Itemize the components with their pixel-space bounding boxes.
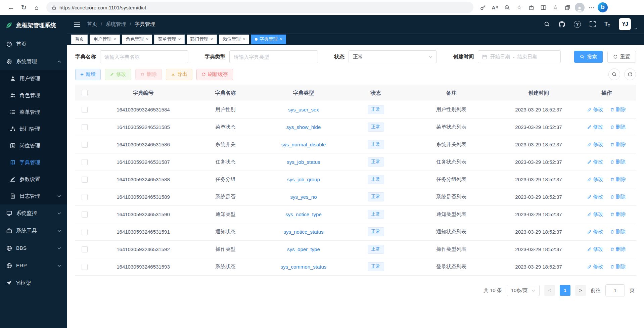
sidebar-item-bbs[interactable]: BBS: [0, 239, 67, 257]
delete-row-link[interactable]: 删除: [610, 194, 626, 200]
help-button[interactable]: ?: [574, 21, 581, 28]
delete-row-link[interactable]: 删除: [610, 141, 626, 148]
read-aloud-button[interactable]: A: [489, 2, 501, 13]
page-size-select[interactable]: 10条/页: [507, 285, 540, 296]
add-button[interactable]: + 新增: [75, 69, 101, 80]
toggle-search-button[interactable]: [608, 68, 620, 80]
dict-type-link[interactable]: sys_yes_no: [290, 194, 317, 200]
sidebar-item-yi-framework[interactable]: Yi框架: [0, 274, 67, 292]
header-search-button[interactable]: [544, 21, 550, 27]
refresh-cache-button[interactable]: 刷新缓存: [196, 69, 233, 80]
row-checkbox[interactable]: [82, 194, 88, 200]
export-button[interactable]: 导出: [166, 69, 192, 80]
dict-type-link[interactable]: sys_show_hide: [286, 124, 321, 130]
tab-user-mgmt[interactable]: 用户管理×: [90, 35, 120, 44]
edit-row-link[interactable]: 修改: [587, 176, 603, 183]
tab-post-mgmt[interactable]: 岗位管理×: [219, 35, 249, 44]
extensions-button[interactable]: [525, 2, 537, 13]
row-checkbox[interactable]: [82, 124, 88, 130]
sidebar-item-system[interactable]: 系统管理: [0, 53, 67, 70]
dict-type-link[interactable]: sys_job_group: [287, 177, 320, 182]
delete-button[interactable]: 删除: [135, 69, 162, 80]
tab-close-icon[interactable]: ×: [243, 37, 245, 42]
user-menu[interactable]: YJ: [619, 18, 631, 30]
edit-row-link[interactable]: 修改: [587, 194, 603, 200]
dict-type-input[interactable]: [229, 50, 318, 63]
select-all-checkbox[interactable]: [82, 90, 88, 96]
tab-close-icon[interactable]: ×: [280, 37, 282, 42]
sidebar-item-home[interactable]: 首页: [0, 35, 67, 53]
tab-home[interactable]: 首页: [71, 35, 88, 44]
date-range-picker[interactable]: 开始日期 - 结束日期: [478, 50, 561, 63]
bing-copilot-button[interactable]: b: [598, 2, 608, 12]
browser-back-button[interactable]: ←: [5, 1, 17, 13]
edit-row-link[interactable]: 修改: [587, 246, 603, 252]
browser-home-button[interactable]: ⌂: [30, 1, 43, 13]
delete-row-link[interactable]: 删除: [610, 229, 626, 235]
tab-dept-mgmt[interactable]: 部门管理×: [187, 35, 217, 44]
goto-page-input[interactable]: [605, 284, 625, 296]
edit-button[interactable]: 修改: [105, 69, 131, 80]
sidebar-item-departments[interactable]: 部门管理: [0, 121, 67, 137]
sidebar-item-erp[interactable]: ERP: [0, 257, 67, 274]
dict-type-link[interactable]: sys_user_sex: [288, 107, 319, 112]
dict-name-input[interactable]: [100, 50, 188, 63]
page-number-current[interactable]: 1: [560, 285, 570, 296]
favorites-button[interactable]: ☆: [549, 2, 561, 13]
sidebar-toggle-button[interactable]: [74, 22, 80, 27]
tab-close-icon[interactable]: ×: [146, 37, 148, 42]
breadcrumb-item[interactable]: 首页: [87, 21, 97, 28]
address-bar[interactable]: https://ccnetcore.com:1101/system/dict: [46, 2, 473, 13]
dict-type-link[interactable]: sys_notice_status: [283, 229, 323, 235]
row-checkbox[interactable]: [82, 107, 88, 113]
sidebar-item-tools[interactable]: 系统工具: [0, 222, 67, 239]
profile-button[interactable]: [573, 2, 586, 13]
edit-row-link[interactable]: 修改: [587, 264, 603, 270]
row-checkbox[interactable]: [82, 142, 88, 148]
tab-menu-mgmt[interactable]: 菜单管理×: [154, 35, 184, 44]
fullscreen-button[interactable]: [590, 21, 596, 27]
app-logo[interactable]: 意框架管理系统: [0, 15, 67, 35]
dict-type-link[interactable]: sys_notice_type: [285, 212, 322, 217]
row-checkbox[interactable]: [82, 264, 88, 270]
sidebar-item-users[interactable]: 用户管理: [0, 70, 67, 87]
browser-refresh-button[interactable]: ↻: [17, 1, 30, 13]
edit-row-link[interactable]: 修改: [587, 124, 603, 130]
row-checkbox[interactable]: [82, 229, 88, 235]
sidebar-item-logs[interactable]: 日志管理: [0, 188, 67, 204]
sidebar-item-monitoring[interactable]: 系统监控: [0, 204, 67, 222]
delete-row-link[interactable]: 删除: [610, 159, 626, 165]
delete-row-link[interactable]: 删除: [610, 124, 626, 130]
zoom-out-button[interactable]: [501, 2, 513, 13]
edit-row-link[interactable]: 修改: [587, 159, 603, 165]
dict-type-link[interactable]: sys_job_status: [287, 159, 320, 165]
edit-row-link[interactable]: 修改: [587, 229, 603, 235]
github-button[interactable]: [559, 21, 565, 28]
font-size-button[interactable]: TT: [604, 21, 610, 28]
dict-type-link[interactable]: sys_normal_disable: [281, 142, 326, 147]
delete-row-link[interactable]: 删除: [610, 176, 626, 183]
tab-role-mgmt[interactable]: 角色管理×: [122, 35, 152, 44]
search-button[interactable]: 搜索: [574, 51, 603, 63]
sidebar-item-menus[interactable]: 菜单管理: [0, 104, 67, 121]
sidebar-item-parameters[interactable]: 参数设置: [0, 171, 67, 188]
tab-dict-mgmt-active[interactable]: 字典管理×: [251, 35, 286, 44]
reset-button[interactable]: 重置: [607, 51, 636, 63]
row-checkbox[interactable]: [82, 246, 88, 252]
row-checkbox[interactable]: [82, 177, 88, 183]
edit-row-link[interactable]: 修改: [587, 141, 603, 148]
row-checkbox[interactable]: [82, 212, 88, 218]
next-page-button[interactable]: >: [575, 285, 586, 296]
add-favorite-button[interactable]: ☆: [513, 2, 525, 13]
collections-button[interactable]: [561, 2, 573, 13]
sidebar-item-posts[interactable]: 岗位管理: [0, 137, 67, 154]
prev-page-button[interactable]: <: [544, 285, 555, 296]
dict-type-link[interactable]: sys_oper_type: [287, 246, 320, 252]
password-key-button[interactable]: [477, 2, 489, 13]
tab-close-icon[interactable]: ×: [113, 37, 116, 42]
delete-row-link[interactable]: 删除: [610, 106, 626, 113]
browser-menu-button[interactable]: ⋯: [586, 2, 598, 13]
sidebar-item-dictionary[interactable]: 字典管理: [0, 154, 67, 171]
tab-close-icon[interactable]: ×: [211, 37, 213, 42]
edit-row-link[interactable]: 修改: [587, 211, 603, 218]
